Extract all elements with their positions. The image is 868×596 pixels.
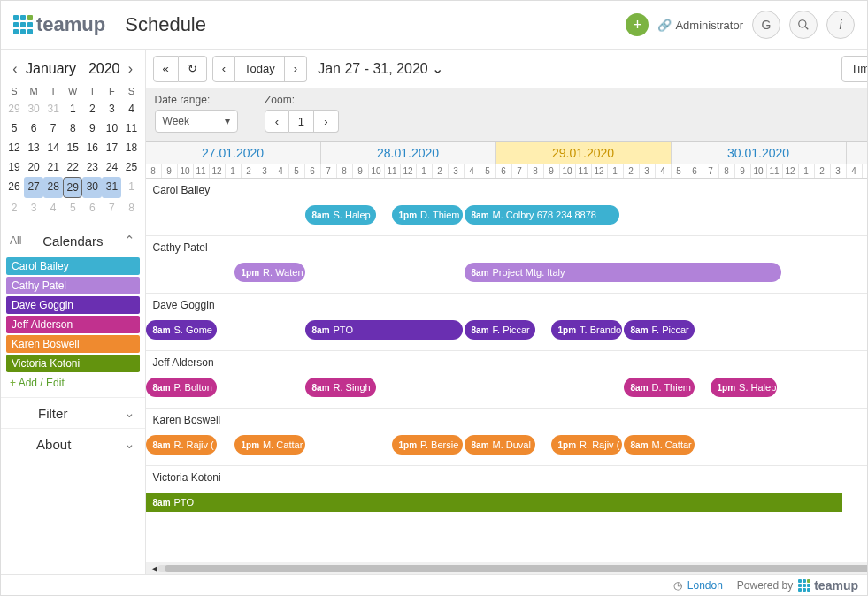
timeline-grid[interactable]: Carol Bailey8amS. Halep1pmD. Thiem8amM. … xyxy=(146,179,868,562)
event[interactable]: 8amPTO xyxy=(305,320,463,340)
mini-cal-day[interactable]: 27 xyxy=(24,177,43,198)
mini-cal-day[interactable]: 17 xyxy=(102,138,121,157)
mini-cal-day[interactable]: 20 xyxy=(24,157,43,177)
event[interactable]: 8amM. Colbry 678 234 8878 xyxy=(465,205,619,225)
prev-period-button[interactable]: ‹ xyxy=(212,56,235,82)
mini-cal-day[interactable]: 15 xyxy=(63,138,82,157)
google-sync-button[interactable]: G xyxy=(752,11,780,39)
timezone-link[interactable]: London xyxy=(687,579,723,592)
mini-cal-day[interactable]: 24 xyxy=(102,157,121,177)
calendar-item[interactable]: Victoria Kotoni xyxy=(6,355,140,372)
mini-cal-day[interactable]: 4 xyxy=(43,198,63,218)
date-header-cell[interactable]: 27.01.2020 xyxy=(146,142,321,164)
mini-cal-day[interactable]: 16 xyxy=(82,138,102,157)
mini-cal-day[interactable]: 3 xyxy=(24,198,43,218)
mini-cal-day[interactable]: 12 xyxy=(4,138,24,157)
filter-toggle[interactable]: Filter ⌄ xyxy=(1,398,145,428)
calendar-item[interactable]: Carol Bailey xyxy=(6,257,140,275)
calendar-item[interactable]: Dave Goggin xyxy=(6,296,140,314)
mini-cal-day[interactable]: 31 xyxy=(102,177,121,198)
event[interactable]: 8amR. Singh xyxy=(305,378,376,397)
mini-cal-day[interactable]: 11 xyxy=(121,118,141,138)
refresh-button[interactable]: ↻ xyxy=(179,56,207,82)
mini-cal-day[interactable]: 21 xyxy=(43,157,63,177)
mini-cal-day[interactable]: 13 xyxy=(24,138,43,157)
mini-cal-day[interactable]: 22 xyxy=(63,157,82,177)
horizontal-scrollbar[interactable]: ◂ ▸ xyxy=(146,562,868,574)
calendar-item[interactable]: Karen Boswell xyxy=(6,335,140,353)
next-period-button[interactable]: › xyxy=(285,56,307,82)
mini-cal-day[interactable]: 6 xyxy=(82,198,102,218)
mini-cal-day[interactable]: 6 xyxy=(24,118,43,138)
date-header-cell[interactable]: 30.01.2020 xyxy=(672,142,847,164)
zoom-out-button[interactable]: ‹ xyxy=(265,110,289,133)
event[interactable]: 1pmR. Waten xyxy=(234,263,305,282)
event[interactable]: 8amR. Rajiv ( xyxy=(146,435,217,455)
mini-cal-day[interactable]: 28 xyxy=(43,177,63,198)
admin-link[interactable]: 🔗 Administrator xyxy=(657,19,743,32)
event[interactable]: 8amM. Cattar xyxy=(624,435,695,455)
event[interactable]: 1pmP. Bersie xyxy=(392,435,463,455)
mini-cal-day[interactable]: 9 xyxy=(82,118,102,138)
view-selector[interactable]: Timeline ⌄ xyxy=(841,56,868,82)
mini-cal-day[interactable]: 30 xyxy=(82,177,102,198)
mini-cal-day[interactable]: 8 xyxy=(121,198,141,218)
date-range-select[interactable]: Week ▾ xyxy=(155,110,238,133)
mini-cal-day[interactable]: 26 xyxy=(4,177,24,198)
search-icon xyxy=(797,19,810,31)
calendar-item[interactable]: Jeff Alderson xyxy=(6,316,140,333)
event[interactable]: 8amPTO xyxy=(146,493,842,512)
mini-cal-day[interactable]: 4 xyxy=(121,99,141,118)
mini-cal-day[interactable]: 14 xyxy=(43,138,63,157)
mini-cal-day[interactable]: 5 xyxy=(63,198,82,218)
event[interactable]: 8amM. Duval xyxy=(465,435,535,455)
mini-cal-day[interactable]: 1 xyxy=(121,177,141,198)
event[interactable]: 8amS. Gome xyxy=(146,320,217,340)
event[interactable]: 8amD. Thiem xyxy=(624,378,695,397)
mini-cal-day[interactable]: 3 xyxy=(102,99,121,118)
add-event-button[interactable]: + xyxy=(626,13,649,36)
event[interactable]: 8amProject Mtg. Italy xyxy=(465,263,781,282)
event[interactable]: 1pmT. Brando xyxy=(551,320,622,340)
mini-cal-day[interactable]: 25 xyxy=(121,157,141,177)
mini-cal-day[interactable]: 29 xyxy=(63,177,82,198)
event[interactable]: 1pmR. Rajiv ( xyxy=(551,435,622,455)
calendars-toggle[interactable]: All Calendars ⌃ xyxy=(1,225,145,256)
scroll-left-icon[interactable]: ◂ xyxy=(151,562,157,575)
zoom-in-button[interactable]: › xyxy=(314,110,339,133)
date-header-cell[interactable]: 29.01.2020 xyxy=(496,142,672,164)
mini-cal-day[interactable]: 7 xyxy=(43,118,63,138)
mini-cal-day[interactable]: 23 xyxy=(82,157,102,177)
event[interactable]: 8amF. Piccar xyxy=(624,320,695,340)
event[interactable]: 8amF. Piccar xyxy=(465,320,535,340)
event[interactable]: 8amP. Bolton xyxy=(146,378,217,397)
mini-cal-day[interactable]: 2 xyxy=(82,99,102,118)
event[interactable]: 8amS. Halep xyxy=(305,205,376,225)
calendar-item[interactable]: Cathy Patel xyxy=(6,277,140,294)
mini-cal-day[interactable]: 8 xyxy=(63,118,82,138)
mini-cal-day[interactable]: 29 xyxy=(4,99,24,118)
prev-month-button[interactable]: ‹ xyxy=(4,58,26,80)
event[interactable]: 1pmM. Cattar xyxy=(234,435,305,455)
mini-cal-day[interactable]: 5 xyxy=(4,118,24,138)
mini-cal-day[interactable]: 30 xyxy=(24,99,43,118)
event[interactable]: 1pmD. Thiem xyxy=(392,205,463,225)
about-toggle[interactable]: About ⌄ xyxy=(1,429,145,459)
mini-cal-day[interactable]: 1 xyxy=(63,99,82,118)
info-button[interactable]: i xyxy=(826,11,855,39)
mini-cal-day[interactable]: 7 xyxy=(102,198,121,218)
mini-cal-day[interactable]: 18 xyxy=(121,138,141,157)
search-button[interactable] xyxy=(789,11,818,39)
date-header-cell[interactable]: 28.01.2020 xyxy=(321,142,496,164)
mini-cal-day[interactable]: 2 xyxy=(4,198,24,218)
next-month-button[interactable]: › xyxy=(120,58,142,80)
brand-logo[interactable]: teamup xyxy=(13,13,105,36)
event[interactable]: 1pmS. Halep xyxy=(711,378,777,397)
today-button[interactable]: Today xyxy=(235,56,285,82)
mini-cal-day[interactable]: 19 xyxy=(4,157,24,177)
mini-cal-day[interactable]: 31 xyxy=(43,99,63,118)
add-edit-calendars[interactable]: + Add / Edit xyxy=(6,374,140,392)
mini-cal-day[interactable]: 10 xyxy=(102,118,121,138)
scroll-first-button[interactable]: « xyxy=(153,56,179,82)
date-range-picker[interactable]: Jan 27 - 31, 2020 ⌄ xyxy=(318,60,443,77)
